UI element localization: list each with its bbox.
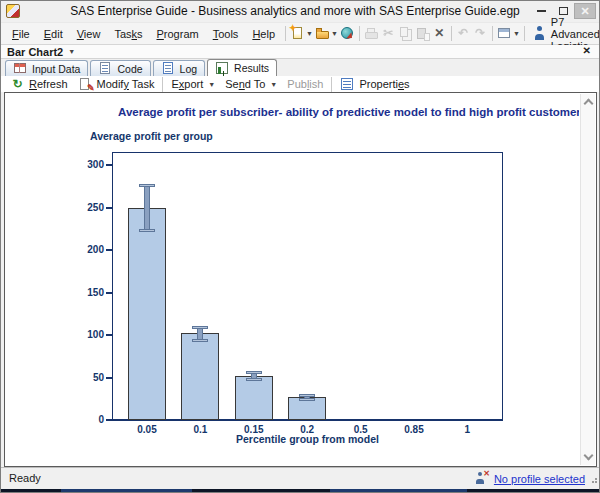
results-toolbar: ↻Refresh✎Modify TaskExport▼Send To▼Publi…	[1, 76, 599, 92]
tab-label: Results	[234, 62, 269, 74]
tab-log[interactable]: Log	[153, 60, 206, 76]
tab-results[interactable]: Results	[207, 59, 277, 76]
task-selector[interactable]: Bar Chart2 ▼	[7, 46, 75, 58]
scroll-up-icon[interactable]	[584, 99, 594, 109]
y-tick-mark	[106, 207, 112, 209]
error-cap	[299, 398, 315, 401]
y-tick-mark	[106, 164, 112, 166]
y-tick-mark	[106, 249, 112, 251]
properties-button-label: Properties	[359, 78, 409, 90]
chevron-down-icon: ▼	[68, 48, 75, 55]
scroll-down-icon[interactable]	[584, 451, 594, 461]
refresh-button[interactable]: ↻Refresh	[5, 77, 73, 92]
error-cap	[139, 229, 155, 232]
properties-button[interactable]: Properties	[335, 77, 414, 92]
refresh-button-label: Refresh	[29, 78, 68, 90]
toolbar-separator	[451, 26, 452, 41]
vertical-scrollbar[interactable]	[580, 94, 595, 465]
tab-label: Log	[180, 63, 198, 75]
modify-task-button[interactable]: ✎Modify Task	[73, 77, 160, 92]
taskbar-sliver	[1, 489, 599, 492]
print-icon	[364, 26, 379, 41]
cut-icon: ✂	[381, 26, 396, 41]
delete-icon: ✕	[432, 26, 447, 41]
toolbar-separator	[162, 77, 163, 92]
y-tick-label: 300	[64, 159, 104, 170]
menu-bar: FileEditViewTasksProgramToolsHelp ✦▼▼✂✕↶…	[1, 22, 599, 45]
publish-button: Publish	[282, 77, 328, 92]
tab-strip: Input DataCodeLogResults	[1, 59, 599, 76]
chart-area: Average profit per subscriber- ability o…	[6, 94, 579, 465]
y-tick-mark	[106, 334, 112, 336]
profile-link[interactable]: No profile selected	[494, 473, 585, 485]
error-cap	[139, 184, 155, 187]
delete-button[interactable]: ✕	[431, 24, 448, 44]
sync-icon	[340, 26, 355, 41]
plot-frame	[112, 152, 503, 421]
x-tick-label: 0.05	[125, 424, 169, 435]
cut-button: ✂	[380, 24, 397, 44]
app-window: SAS Enterprise Guide - Business analytic…	[0, 0, 600, 493]
task-selector-row: Bar Chart2 ▼ ✕	[1, 45, 599, 59]
toolbar-separator	[285, 26, 286, 41]
chevron-down-icon: ▼	[306, 30, 313, 37]
send-to-button-label: Send To	[225, 78, 265, 90]
publish-button-label: Publish	[287, 78, 323, 90]
undo-icon: ↶	[456, 26, 471, 41]
code-icon	[98, 61, 113, 76]
close-task-icon[interactable]: ✕	[583, 45, 591, 56]
error-bar-0.05	[144, 185, 150, 231]
tab-input-data[interactable]: Input Data	[5, 60, 88, 76]
menu-edit[interactable]: Edit	[37, 26, 70, 42]
person-icon	[532, 26, 547, 41]
status-text: Ready	[9, 472, 41, 484]
status-bar: Ready ✕ No profile selected	[1, 467, 599, 491]
modify-task-icon: ✎	[78, 77, 93, 92]
menu-tools[interactable]: Tools	[206, 26, 246, 42]
menu-program[interactable]: Program	[150, 26, 206, 42]
error-bar-0.1	[197, 327, 203, 341]
window-layout-button[interactable]: ▼	[496, 24, 521, 44]
send-to-button[interactable]: Send To▼	[220, 77, 282, 92]
no-profile-icon: ✕	[474, 471, 489, 486]
redo-button: ↷	[472, 24, 489, 44]
task-selector-label: Bar Chart2	[7, 46, 63, 58]
y-axis-title: Average profit per group	[90, 130, 213, 142]
y-tick-label: 250	[64, 202, 104, 213]
paste-button	[414, 24, 431, 44]
bar-0.1	[181, 333, 219, 420]
tab-label: Code	[117, 63, 142, 75]
menu-view[interactable]: View	[70, 26, 108, 42]
results-icon	[215, 61, 230, 76]
toolbar-separator	[524, 26, 525, 41]
x-tick-label: 0.1	[178, 424, 222, 435]
sync-button[interactable]	[339, 24, 356, 44]
new-document-button[interactable]: ✦▼	[289, 24, 314, 44]
resize-grip[interactable]	[589, 475, 597, 483]
title-bar: SAS Enterprise Guide - Business analytic…	[1, 1, 599, 22]
menu-tasks[interactable]: Tasks	[107, 26, 149, 42]
copy-icon	[398, 26, 413, 41]
x-tick-label: 0.5	[339, 424, 383, 435]
chart-title: Average profit per subscriber- ability o…	[118, 106, 558, 118]
error-cap	[192, 326, 208, 329]
menu-items: FileEditViewTasksProgramToolsHelp	[5, 28, 282, 40]
print-button	[363, 24, 380, 44]
menu-file[interactable]: File	[5, 26, 37, 42]
toolbar-separator	[331, 77, 332, 92]
y-tick-label: 200	[64, 244, 104, 255]
toolbar-separator	[359, 26, 360, 41]
chevron-down-icon: ▼	[331, 30, 338, 37]
x-tick-label: 1	[445, 424, 489, 435]
y-tick-mark	[106, 419, 112, 421]
export-button[interactable]: Export▼	[166, 77, 220, 92]
bar-0.15	[235, 376, 273, 420]
menu-help[interactable]: Help	[245, 26, 282, 42]
tab-code[interactable]: Code	[90, 60, 150, 76]
x-tick-label: 0.2	[285, 424, 329, 435]
log-icon	[161, 61, 176, 76]
open-button[interactable]: ▼	[314, 24, 339, 44]
y-tick-mark	[106, 292, 112, 294]
input-data-icon	[13, 61, 28, 76]
error-cap	[246, 371, 262, 374]
